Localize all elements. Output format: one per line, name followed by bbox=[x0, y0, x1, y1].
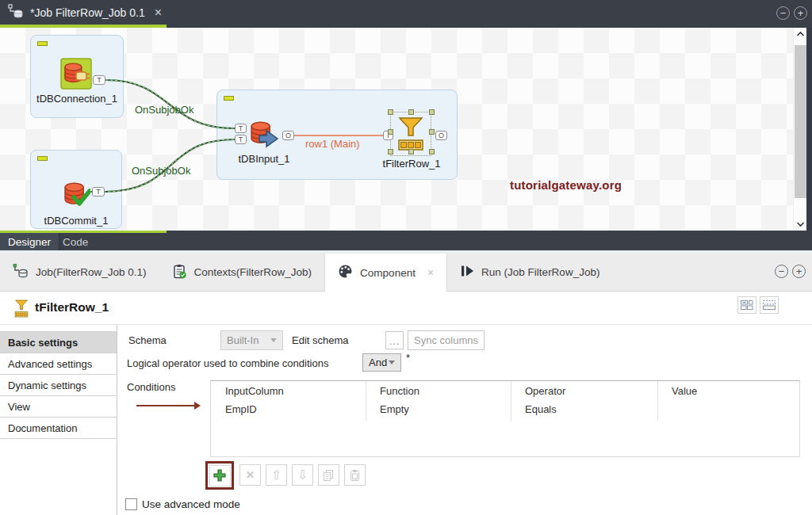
tab-designer[interactable]: Designer bbox=[0, 233, 59, 250]
output-port[interactable]: O bbox=[282, 131, 294, 140]
required-marker: * bbox=[406, 352, 410, 364]
sync-columns-button[interactable]: Sync columns bbox=[408, 330, 485, 350]
view-switch-bar: Designer Code bbox=[0, 231, 812, 250]
col-header-operator: Operator bbox=[511, 385, 565, 397]
trigger-port[interactable]: T bbox=[235, 124, 247, 133]
contexts-icon bbox=[172, 264, 187, 281]
col-header-function: Function bbox=[366, 385, 419, 397]
tab-job-label: Job(FilterRow_Job 0.1) bbox=[36, 266, 147, 278]
cell-inputcolumn[interactable]: EmpID bbox=[211, 403, 257, 415]
window-titlebar: *Job FilterRow_Job 0.1 × − + bbox=[0, 0, 812, 28]
scroll-down-icon[interactable] bbox=[796, 221, 805, 227]
selection-handle[interactable] bbox=[408, 109, 414, 115]
tfilterrow-mini-icon bbox=[11, 299, 32, 321]
selection-handle[interactable] bbox=[429, 109, 435, 115]
run-icon bbox=[460, 264, 474, 280]
component-label-dbcommit: tDBCommit_1 bbox=[32, 215, 121, 227]
component-label-filterrow: tFilterRow_1 bbox=[377, 158, 446, 170]
output-port[interactable]: O bbox=[435, 131, 447, 140]
settings-sidebar: Basic settings Advanced settings Dynamic… bbox=[0, 325, 117, 515]
tdbconnection-component-icon[interactable] bbox=[60, 58, 92, 93]
trigger-port[interactable]: T bbox=[235, 135, 247, 144]
minimize-view-icon[interactable]: − bbox=[776, 6, 790, 20]
schema-label: Schema bbox=[128, 334, 167, 346]
cell-operator[interactable]: Equals bbox=[511, 403, 557, 415]
link-label-onsubjobok-bottom[interactable]: OnSubjobOk bbox=[132, 165, 190, 177]
chevron-down-icon bbox=[270, 338, 277, 342]
job-design-canvas[interactable]: T tDBConnection_1 T tDBCommit_1 T T O tD… bbox=[0, 28, 812, 231]
link-label-onsubjobok-top[interactable]: OnSubjobOk bbox=[135, 104, 193, 116]
sidebar-item-documentation[interactable]: Documentation bbox=[0, 418, 117, 439]
job-icon bbox=[13, 263, 29, 281]
paste-row-button[interactable] bbox=[344, 464, 366, 486]
selection-handle[interactable] bbox=[429, 129, 435, 135]
selection-handle[interactable] bbox=[388, 149, 393, 154]
selection-handle[interactable] bbox=[408, 149, 414, 154]
sidebar-item-dynamic-settings[interactable]: Dynamic settings bbox=[0, 375, 117, 396]
watermark-text: tutorialgateway.org bbox=[510, 178, 622, 192]
logical-operator-value: And bbox=[369, 357, 387, 368]
trigger-port[interactable]: T bbox=[92, 187, 105, 196]
sidebar-item-basic-settings[interactable]: Basic settings bbox=[0, 332, 117, 353]
move-up-button[interactable]: ⇧ bbox=[266, 464, 287, 486]
tab-contexts[interactable]: Contexts(FilterRow_Job) bbox=[159, 254, 325, 291]
tab-run[interactable]: Run (Job FilterRow_Job) bbox=[447, 254, 612, 291]
minimize-panel-icon[interactable]: − bbox=[775, 265, 788, 278]
edit-schema-label: Edit schema bbox=[292, 334, 349, 346]
palette-icon bbox=[338, 264, 353, 281]
use-advanced-mode-checkbox[interactable] bbox=[125, 498, 137, 510]
selection-handle[interactable] bbox=[429, 149, 435, 154]
col-header-inputcolumn: InputColumn bbox=[211, 385, 284, 397]
maximize-panel-icon[interactable]: + bbox=[792, 265, 806, 278]
selection-handle[interactable] bbox=[388, 129, 393, 135]
component-panel-header: tFilterRow_1 bbox=[0, 292, 812, 325]
tab-component[interactable]: Component × bbox=[324, 254, 447, 292]
move-down-button[interactable]: ⇩ bbox=[292, 464, 313, 486]
layout-grid-toggle-button[interactable] bbox=[737, 296, 756, 314]
edit-schema-button[interactable]: … bbox=[385, 331, 404, 349]
editor-tab-close-icon[interactable]: × bbox=[155, 6, 162, 20]
tab-component-label: Component bbox=[360, 267, 416, 279]
canvas-vertical-scrollbar[interactable] bbox=[793, 28, 806, 231]
conditions-label: Conditions bbox=[127, 381, 175, 393]
editor-tab-job[interactable]: *Job FilterRow_Job 0.1 × bbox=[0, 0, 167, 28]
chevron-down-icon bbox=[389, 360, 395, 364]
copy-row-button[interactable] bbox=[318, 464, 339, 486]
tdbinput-component-icon[interactable] bbox=[249, 120, 279, 153]
cell-function[interactable]: Empty bbox=[366, 403, 409, 415]
scroll-up-icon[interactable] bbox=[796, 31, 805, 37]
use-advanced-mode-label[interactable]: Use advanced mode bbox=[142, 498, 240, 510]
annotation-highlight-box bbox=[205, 461, 234, 490]
sidebar-item-view[interactable]: View bbox=[0, 396, 117, 418]
component-settings-panel: Basic settings Advanced settings Dynamic… bbox=[0, 325, 812, 515]
col-header-value: Value bbox=[657, 385, 697, 397]
trigger-port[interactable]: T bbox=[93, 75, 105, 85]
link-label-row1[interactable]: row1 (Main) bbox=[305, 138, 360, 150]
canvas-edge-strip bbox=[806, 28, 812, 231]
add-row-button[interactable] bbox=[209, 465, 231, 486]
selection-handle[interactable] bbox=[388, 109, 393, 115]
conditions-table[interactable]: InputColumn Function Operator Value EmpI… bbox=[210, 380, 800, 457]
schema-type-select[interactable]: Built-In bbox=[220, 330, 283, 350]
tab-component-close-icon[interactable]: × bbox=[427, 266, 434, 279]
sidebar-item-advanced-settings[interactable]: Advanced settings bbox=[0, 353, 117, 375]
plus-icon bbox=[213, 469, 226, 482]
tab-run-label: Run (Job FilterRow_Job) bbox=[481, 266, 599, 278]
tab-code[interactable]: Code bbox=[55, 233, 96, 250]
editor-tab-title: *Job FilterRow_Job 0.1 bbox=[30, 6, 145, 19]
paste-icon bbox=[349, 469, 361, 482]
component-title: tFilterRow_1 bbox=[35, 300, 109, 315]
tab-contexts-label: Contexts(FilterRow_Job) bbox=[194, 266, 312, 278]
tdbcommit-component-icon[interactable] bbox=[62, 180, 90, 212]
delete-row-button[interactable]: ✕ bbox=[239, 464, 261, 486]
layout-rows-toggle-button[interactable] bbox=[760, 296, 779, 314]
maximize-view-icon[interactable]: + bbox=[794, 6, 807, 20]
logical-operator-select[interactable]: And bbox=[362, 353, 401, 372]
tab-job[interactable]: Job(FilterRow_Job 0.1) bbox=[0, 254, 159, 291]
bottom-panel-tabbar: Job(FilterRow_Job 0.1) Contexts(FilterRo… bbox=[0, 254, 812, 292]
scrollbar-thumb[interactable] bbox=[795, 45, 806, 198]
job-file-icon bbox=[8, 3, 24, 22]
schema-type-value: Built-In bbox=[227, 334, 259, 346]
annotation-arrow bbox=[136, 405, 195, 406]
copy-icon bbox=[323, 469, 335, 482]
